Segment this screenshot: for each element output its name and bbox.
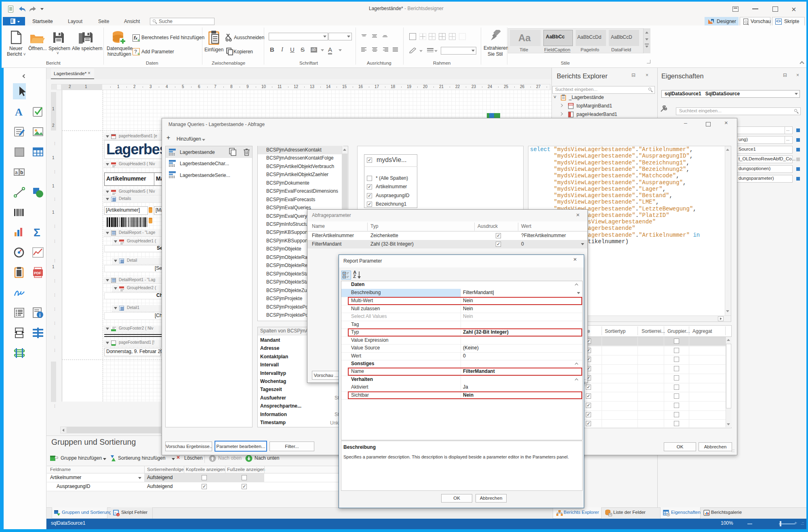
svg-text:×: ×: [117, 513, 119, 516]
svg-text:Σ: Σ: [34, 227, 40, 238]
svg-text:A: A: [15, 106, 23, 117]
svg-text:PDF: PDF: [34, 271, 42, 275]
svg-text:a: a: [15, 170, 18, 175]
svg-text:b: b: [20, 170, 23, 175]
svg-text:<: <: [114, 511, 116, 515]
